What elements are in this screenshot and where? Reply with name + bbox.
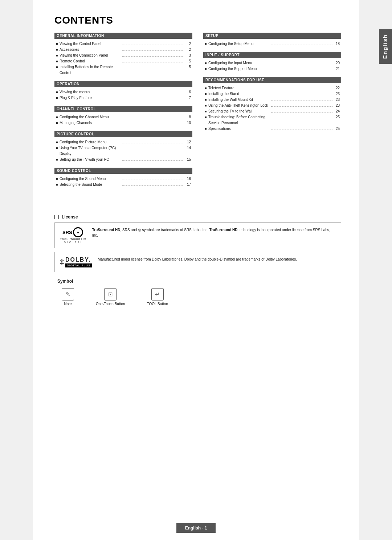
toc-bullet: ■ [56,90,60,95]
page-footer: English - 1 [33,523,359,533]
toc-bullet: ■ [56,95,60,101]
toc-bullet: ■ [56,53,60,58]
toc-item: ■Troubleshooting: Before Contacting Serv… [205,114,340,126]
toc-bullet: ■ [205,109,208,114]
toc-item-label: Selecting the Sound Mode [60,182,121,188]
toc-item: ■Setting up the TV with your PC15 [56,157,191,163]
section-sound-control: SOUND CONTROL■Configuring the Sound Menu… [54,168,192,188]
toc-bullet: ■ [56,120,60,126]
symbol-item-note: ✎Note [62,288,74,306]
toc-dots [271,101,333,101]
toc-item-label: Securing the TV to the Wall [208,109,270,114]
toc-dots [271,130,333,130]
toc-item: ■Teletext Feature22 [205,85,340,91]
toc-page-num: 3 [185,53,191,58]
toc-item: ■Installing Batteries in the Remote Cont… [56,64,191,76]
toc-page-num: 16 [185,176,191,182]
toc-item: ■Securing the TV to the Wall24 [205,109,340,114]
toc-item-label: Installing the Wall Mount Kit [208,97,270,103]
srs-license-box: SRS ● TruSurround HD D I G I T A L TruSu… [54,222,341,248]
srs-license-text: TruSurround HD, SRS and ◎ symbol are tra… [92,227,336,238]
english-tab-label: English [382,34,388,59]
toc-bullet: ■ [56,115,60,120]
symbol-section: Symbol ✎Note⊡One-Touch Button↵TOOL Butto… [54,279,341,306]
toc-page-num: 14 [185,145,191,151]
toc-item-label: Using Your TV as a Computer (PC) Display [60,145,121,157]
toc-page-num: 25 [334,126,340,132]
srs-logo: SRS ● TruSurround HD D I G I T A L [60,227,86,244]
srs-sub2: D I G I T A L [64,241,82,244]
toc-page-num: 23 [334,97,340,103]
toc-item-label: Accessories [60,47,121,53]
section-items-general-information: ■Viewing the Control Panel2■Accessories2… [54,40,192,77]
toc-dots [122,93,184,93]
toc-dots [122,99,184,99]
section-items-operation: ■Viewing the menus6■Plug & Play Feature7 [54,89,192,102]
toc-bullet: ■ [56,182,60,187]
toc-dots [122,62,184,62]
toc-bullet: ■ [56,47,60,52]
dolby-text: DOLBY. DIGITAL PLUS [65,257,92,267]
toc-page-num: 15 [185,157,191,163]
section-header-sound-control: SOUND CONTROL [54,168,192,174]
toc-bullet: ■ [205,86,208,91]
toc-item-label: Plug & Play Feature [60,95,121,101]
section-header-recommendations: RECOMMENDATIONS FOR USE [203,77,341,83]
section-items-setup: ■Configuring the Setup Menu18 [203,40,341,48]
dolby-logo: ‡ DOLBY. DIGITAL PLUS [60,257,92,267]
section-header-setup: SETUP [203,33,341,39]
toc-page-num: 10 [185,120,191,126]
toc-bullet: ■ [56,65,60,70]
toc-page-num: 24 [334,109,340,114]
tool-icon: ↵ [151,288,164,300]
toc-item-label: Using the Anti-Theft Kensington Lock [208,103,270,109]
toc-bullet: ■ [205,91,208,97]
section-header-input-support: INPUT / SUPPORT [203,52,341,58]
toc-dots [271,106,333,107]
toc-dots [122,149,184,149]
toc-dots [122,143,184,143]
toc-item-label: Viewing the menus [60,89,121,95]
toc-item: ■Configuring the Input Menu20 [205,60,340,66]
toc-page-num: 25 [334,114,340,120]
toc-page-num: 8 [185,114,191,120]
one-touch-icon: ⊡ [104,288,117,300]
left-column: GENERAL INFORMATION■Viewing the Control … [54,33,192,193]
toc-item: ■Installing the Wall Mount Kit23 [205,97,340,103]
toc-bullet: ■ [56,140,60,145]
dolby-name: DOLBY. [65,257,92,263]
toc-item-label: Remote Control [60,58,121,64]
toc-container: GENERAL INFORMATION■Viewing the Control … [54,33,341,193]
toc-item: ■Viewing the Control Panel2 [56,41,191,47]
toc-dots [122,124,184,124]
note-icon: ✎ [62,288,74,300]
srs-circle-icon: ● [73,227,83,237]
page-title: CONTENTS [54,15,341,26]
toc-item-label: Configuring the Input Menu [208,60,270,66]
section-setup: SETUP■Configuring the Setup Menu18 [203,33,341,48]
section-items-recommendations: ■Teletext Feature22■Installing the Stand… [203,85,341,132]
toc-page-num: 20 [334,60,340,66]
toc-item-label: Managing Channels [60,120,121,126]
section-header-operation: OPERATION [54,81,192,87]
toc-dots [271,45,333,45]
symbols-row: ✎Note⊡One-Touch Button↵TOOL Button [54,288,341,306]
toc-page-num: 12 [185,139,191,145]
toc-bullet: ■ [205,66,208,71]
dolby-license-text: Manufactured under license from Dolby La… [98,257,297,262]
symbol-item-tool: ↵TOOL Button [147,288,168,306]
toc-item-label: Installing the Stand [208,91,270,97]
toc-item-label: Viewing the Control Panel [60,41,121,47]
toc-bullet: ■ [205,41,208,46]
toc-item-label: Configuring the Sound Menu [60,176,121,182]
toc-page-num: 2 [185,47,191,53]
toc-item: ■Installing the Stand23 [205,91,340,97]
toc-dots [122,68,184,68]
symbol-name-one-touch: One-Touch Button [96,302,125,306]
right-column: SETUP■Configuring the Setup Menu18INPUT … [203,33,341,193]
toc-item: ■Configuring the Sound Menu16 [56,176,191,182]
toc-dots [271,95,333,95]
toc-item-label: Configuring the Support Menu [208,66,270,72]
toc-page-num: 22 [334,85,340,91]
toc-page-num: 23 [334,103,340,109]
